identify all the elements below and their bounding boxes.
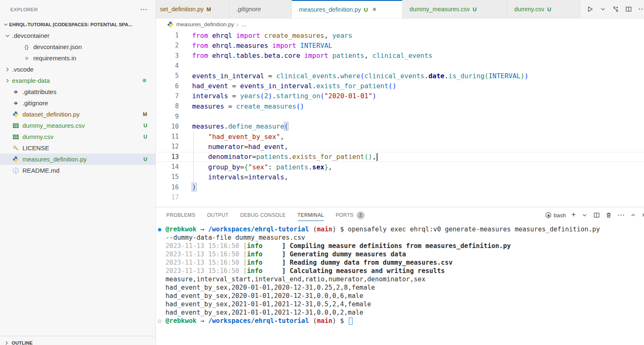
- file-item-devcontainer.json[interactable]: {}devcontainer.json: [0, 41, 155, 52]
- run-icon: [587, 6, 593, 12]
- code-line-9[interactable]: 9: [156, 111, 644, 121]
- chevron-right-icon: [4, 77, 11, 84]
- split-terminal-button[interactable]: [593, 212, 600, 218]
- file-item-requirements.in[interactable]: ≡requirements.in: [0, 52, 155, 64]
- file-item-dummy.csv[interactable]: dummy.csvU: [0, 131, 155, 142]
- code-line-1[interactable]: 1from ehrql import create_measures, year…: [156, 30, 644, 40]
- code-line-7[interactable]: 7intervals = years(2).starting_on("2020-…: [156, 91, 644, 101]
- tab-label: dummy_measures.csv: [410, 6, 470, 12]
- file-label: README.md: [22, 167, 59, 174]
- tab-dummy_measures.csv[interactable]: dummy_measures.csvU: [402, 0, 507, 18]
- terminal-cursor: [349, 318, 353, 325]
- panel-tab-output[interactable]: OUTPUT: [207, 207, 229, 223]
- vscode-window: EXPLORER ⋯ EHRQL-TUTORIAL [CODESPACES: P…: [0, 0, 644, 345]
- code-line-8[interactable]: 8measures = create_measures(): [156, 101, 644, 111]
- panel-tab-ports[interactable]: PORTS2: [336, 207, 364, 223]
- folder-item-.devcontainer[interactable]: .devcontainer: [0, 30, 155, 41]
- code-line-14[interactable]: 14 group_by={"sex": patients.sex},: [156, 162, 644, 172]
- code-line-11[interactable]: 11 "had_event_by_sex",: [156, 132, 644, 141]
- file-item-LICENSE[interactable]: LICENSE: [0, 142, 155, 154]
- run-button[interactable]: [587, 6, 593, 12]
- line-content: from ehrql.measures import INTERVAL: [192, 42, 332, 50]
- breadcrumb-symbol-more[interactable]: …: [241, 21, 247, 27]
- code-line-16[interactable]: 16): [156, 182, 644, 192]
- panel-tab-terminal[interactable]: TERMINAL: [298, 207, 324, 223]
- file-item-measures_definition.py[interactable]: measures_definition.pyU: [0, 154, 155, 165]
- tab-label: dummy.csv: [514, 6, 544, 12]
- terminal-actions: +⋯×: [571, 211, 644, 219]
- editor-tab-bar: set_definition.pyM.gitignoremeasures_def…: [156, 0, 644, 19]
- line-content: measures.define_measure(: [192, 122, 288, 130]
- terminal[interactable]: @rebkwok → /workspaces/ehrql-tutorial (m…: [156, 223, 644, 345]
- file-item-dataset_definition.py[interactable]: dataset_definition.pyM: [0, 109, 155, 120]
- outline-section-header[interactable]: OUTLINE: [0, 336, 155, 345]
- open-changes-button[interactable]: [612, 6, 619, 12]
- split-editor-icon: [625, 6, 632, 12]
- code-line-12[interactable]: 12 numerator=had_event,: [156, 141, 644, 151]
- dropdown-icon: [581, 212, 588, 218]
- line-content: from ehrql import create_measures, years: [192, 32, 352, 40]
- terminal-line: @rebkwok → /workspaces/ehrql-tutorial (m…: [156, 226, 644, 234]
- shell-selector[interactable]: bash: [545, 212, 566, 218]
- workspace-root-folder[interactable]: EHRQL-TUTORIAL [CODESPACES: POTENTIAL SP…: [0, 19, 155, 30]
- file-label: dummy_measures.csv: [22, 122, 85, 129]
- close-tab-icon[interactable]: ×: [373, 5, 377, 14]
- git-status-badge: M: [143, 112, 147, 117]
- more-button[interactable]: ⋯: [638, 5, 644, 13]
- breadcrumb[interactable]: measures_definition.py › …: [156, 19, 644, 30]
- csv-file-icon: [12, 134, 20, 140]
- editor-tabs: set_definition.pyM.gitignoremeasures_def…: [156, 0, 580, 18]
- file-label: dummy.csv: [22, 133, 54, 140]
- panel-tab-label: OUTPUT: [207, 212, 229, 218]
- tab-.gitignore[interactable]: .gitignore: [229, 0, 292, 18]
- terminal-line: had_event_by_sex,2021-01-01,2021-12-31,0…: [156, 300, 644, 309]
- kill-terminal-button[interactable]: [605, 212, 612, 218]
- code-line-17[interactable]: 17: [156, 192, 644, 202]
- code-line-3[interactable]: 3from ehrql.tables.beta.core import pati…: [156, 51, 644, 61]
- breadcrumb-file[interactable]: measures_definition.py: [176, 21, 234, 27]
- code-line-4[interactable]: 4: [156, 61, 644, 71]
- file-item-.gitattributes[interactable]: .gitattributes: [0, 86, 155, 97]
- command-decoration-open[interactable]: [158, 320, 161, 323]
- editor-actions: ⋯: [580, 0, 644, 18]
- explorer-more-icon[interactable]: ⋯: [140, 7, 147, 12]
- dropdown-button[interactable]: [581, 212, 588, 218]
- code-line-13[interactable]: 13 denominator=patients.exists_for_patie…: [156, 152, 644, 162]
- code-line-6[interactable]: 6had_event = events_in_interval.exists_f…: [156, 81, 644, 91]
- more-icon: ⋯: [638, 5, 644, 13]
- git-modified-dot: [143, 79, 146, 82]
- code-line-5[interactable]: 5events_in_interval = clinical_events.wh…: [156, 71, 644, 81]
- terminal-line: measure,interval_start,interval_end,rati…: [156, 276, 644, 284]
- command-decoration-filled[interactable]: [158, 228, 161, 231]
- panel-close-icon: ×: [642, 211, 644, 219]
- new-terminal-button[interactable]: +: [571, 211, 576, 219]
- file-item-.gitignore[interactable]: .gitignore: [0, 97, 155, 109]
- folder-item-.vscode[interactable]: .vscode: [0, 64, 155, 75]
- tab-dummy.csv[interactable]: dummy.csvU: [507, 0, 580, 18]
- folder-item-example-data[interactable]: example-data: [0, 75, 155, 86]
- code-line-10[interactable]: 10measures.define_measure(: [156, 122, 644, 132]
- dropdown-button[interactable]: [600, 6, 606, 12]
- terminal-line: had_event_by_sex,2021-01-01,2021-12-31,0…: [156, 309, 644, 317]
- tab-measures_definition.py[interactable]: measures_definition.pyU×: [292, 0, 402, 18]
- code-line-2[interactable]: 2from ehrql.measures import INTERVAL: [156, 40, 644, 50]
- chevron-right-icon: [4, 66, 11, 73]
- json-file-icon: {}: [23, 44, 30, 50]
- code-line-15[interactable]: 15 intervals=intervals,: [156, 172, 644, 182]
- panel-maximize-button[interactable]: [630, 212, 637, 218]
- bash-icon: [545, 212, 552, 218]
- breadcrumb-separator: ›: [237, 21, 239, 28]
- panel-close-button[interactable]: ×: [642, 211, 644, 219]
- more-button[interactable]: ⋯: [617, 211, 624, 219]
- tab-label: .gitignore: [236, 6, 261, 12]
- git-file-icon: [12, 100, 20, 107]
- file-item-dummy_measures.csv[interactable]: dummy_measures.csvU: [0, 120, 155, 131]
- code-editor[interactable]: 1from ehrql import create_measures, year…: [156, 30, 644, 207]
- file-item-README.md[interactable]: iREADME.md: [0, 165, 155, 176]
- panel-tab-problems[interactable]: PROBLEMS: [166, 207, 195, 223]
- tab-set_definition.py[interactable]: set_definition.pyM: [156, 0, 229, 18]
- split-editor-button[interactable]: [625, 6, 632, 12]
- explorer-sidebar: EXPLORER ⋯ EHRQL-TUTORIAL [CODESPACES: P…: [0, 0, 156, 345]
- panel-tab-debug-console[interactable]: DEBUG CONSOLE: [240, 207, 286, 223]
- bottom-panel: PROBLEMSOUTPUTDEBUG CONSOLETERMINALPORTS…: [156, 207, 644, 345]
